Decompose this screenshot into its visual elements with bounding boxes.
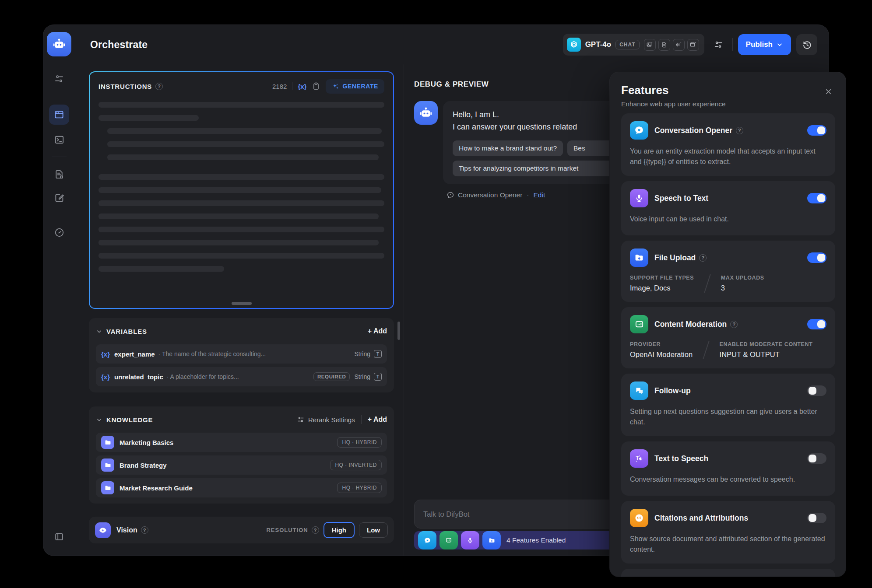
add-variable-button[interactable]: + Add — [368, 327, 387, 335]
knowledge-title: KNOWLEDGE — [106, 416, 153, 424]
close-features-button[interactable] — [821, 84, 835, 98]
sidebar-item-monitoring[interactable] — [50, 224, 68, 241]
text-input-type-icon: T — [374, 350, 382, 358]
robot-icon — [419, 106, 433, 120]
page-title: Orchestrate — [90, 39, 148, 51]
features-panel-title: Features — [621, 84, 835, 97]
help-icon[interactable]: ? — [736, 127, 743, 134]
suggested-question-chip[interactable]: How to make a brand stand out? — [453, 140, 563, 156]
resolution-low-button[interactable]: Low — [359, 522, 388, 538]
sidebar-divider — [52, 215, 67, 215]
panel-left-icon — [54, 532, 64, 542]
feature-title: Citations and Attributions — [654, 514, 748, 523]
vision-icon — [95, 522, 111, 538]
copy-icon[interactable] — [312, 82, 320, 91]
feature-card-content-moderation: Content Moderation ? PROVIDER OpenAI Mod… — [621, 307, 835, 368]
file-upload-mini-icon — [482, 531, 501, 550]
feature-description: Show source document and attributed sect… — [630, 534, 826, 555]
svg-text:T: T — [636, 455, 639, 461]
edit-opener-link[interactable]: Edit — [534, 191, 545, 199]
knowledge-row[interactable]: Brand Strategy HQ · INVERTED — [96, 455, 387, 475]
history-button[interactable] — [796, 34, 817, 55]
app-logo-robot-icon[interactable] — [47, 32, 71, 56]
model-mode-badge: CHAT — [615, 40, 639, 49]
model-selector[interactable]: GPT-4o CHAT — [563, 34, 704, 56]
help-icon[interactable]: ? — [730, 321, 738, 328]
header-divider — [361, 415, 362, 424]
variable-name: unrelated_topic — [114, 373, 163, 381]
knowledge-name: Market Research Guide — [120, 484, 337, 492]
sidebar-item-logs[interactable] — [50, 165, 68, 183]
conversation-opener-icon — [630, 121, 648, 140]
config-scrollbar-thumb[interactable] — [397, 322, 400, 340]
variable-icon: {x} — [101, 350, 110, 358]
content-moderation-mini-icon — [440, 531, 458, 550]
feature-card-file-upload: File Upload ? SUPPORT FILE TYPES Image, … — [621, 241, 835, 302]
header-divider — [732, 38, 733, 51]
app-header: Orchestrate GPT-4o CHAT — [75, 25, 829, 64]
help-icon[interactable]: ? — [141, 526, 148, 534]
audio-capability-icon[interactable] — [673, 39, 685, 51]
collapse-sidebar-button[interactable] — [50, 528, 68, 546]
knowledge-mode-badge: HQ · HYBRID — [337, 483, 382, 493]
help-icon[interactable]: ? — [699, 254, 707, 262]
conversation-opener-toggle[interactable] — [807, 125, 826, 136]
sidebar-item-orchestrate[interactable] — [49, 105, 69, 125]
sparkles-icon — [332, 83, 339, 90]
resize-handle[interactable] — [232, 302, 252, 305]
resolution-high-button[interactable]: High — [323, 522, 355, 538]
generate-button[interactable]: GENERATE — [326, 79, 384, 94]
instructions-skeleton-text[interactable] — [98, 102, 384, 272]
speech-to-text-mini-icon — [461, 531, 479, 550]
chevron-down-icon[interactable] — [96, 416, 102, 423]
knowledge-folder-icon — [101, 481, 114, 494]
variables-title: VARIABLES — [106, 328, 147, 335]
variable-type: String — [354, 373, 370, 380]
feature-info-label: MAX UPLOADS — [721, 275, 764, 281]
citations-toggle[interactable] — [807, 513, 826, 523]
sidebar-divider — [52, 157, 67, 157]
variable-row[interactable]: {x} unrelated_topic A placeholder for to… — [96, 367, 387, 386]
citations-icon — [630, 509, 648, 527]
vision-capability-icon[interactable] — [644, 39, 656, 51]
rerank-settings-label: Rerank Settings — [308, 416, 355, 424]
model-parameters-button[interactable] — [710, 36, 727, 53]
file-upload-icon — [630, 248, 648, 267]
help-icon[interactable]: ? — [312, 526, 319, 534]
sidebar-item-settings[interactable] — [50, 70, 68, 88]
chevron-down-icon[interactable] — [96, 328, 102, 335]
file-upload-toggle[interactable] — [807, 252, 826, 263]
knowledge-row[interactable]: Marketing Basics HQ · HYBRID — [96, 433, 387, 452]
knowledge-row[interactable]: Market Research Guide HQ · HYBRID — [96, 478, 387, 497]
feature-card-citations: Citations and Attributions Show source d… — [621, 501, 835, 564]
knowledge-name: Brand Strategy — [120, 462, 330, 469]
follow-up-toggle[interactable] — [807, 385, 826, 396]
insert-variable-icon[interactable]: {x} — [298, 83, 306, 90]
sidebar-item-terminal[interactable] — [50, 131, 68, 148]
feature-card-follow-up: Follow-up Setting up next questions sugg… — [621, 374, 835, 436]
add-knowledge-button[interactable]: + Add — [368, 416, 387, 424]
help-icon[interactable]: ? — [155, 83, 163, 90]
feature-description: Conversation messages can be converted t… — [630, 474, 826, 485]
close-icon — [824, 88, 833, 96]
variables-section: VARIABLES + Add {x} expert_name The name… — [89, 318, 394, 392]
knowledge-folder-icon — [101, 458, 114, 472]
rerank-settings-button[interactable]: Rerank Settings — [297, 416, 355, 424]
text-to-speech-toggle[interactable] — [807, 453, 826, 464]
video-capability-icon[interactable] — [687, 39, 699, 51]
feature-title: File Upload — [654, 253, 696, 262]
document-capability-icon[interactable] — [658, 39, 670, 51]
publish-button[interactable]: Publish — [738, 34, 791, 55]
openai-logo — [567, 38, 581, 52]
variable-row[interactable]: {x} expert_name The name of the strategi… — [96, 344, 387, 364]
conversation-opener-mini-icon — [418, 531, 436, 550]
sidebar-divider — [52, 96, 67, 96]
feature-info-label: PROVIDER — [630, 341, 693, 347]
required-badge: REQUIRED — [313, 372, 350, 381]
speech-to-text-toggle[interactable] — [807, 193, 826, 203]
sliders-icon — [714, 40, 723, 49]
content-moderation-toggle[interactable] — [807, 319, 826, 329]
sidebar-item-annotations[interactable] — [50, 189, 68, 206]
edit-square-icon — [54, 192, 65, 203]
feature-card-annotation-reply: Annotation Reply — [621, 569, 835, 577]
